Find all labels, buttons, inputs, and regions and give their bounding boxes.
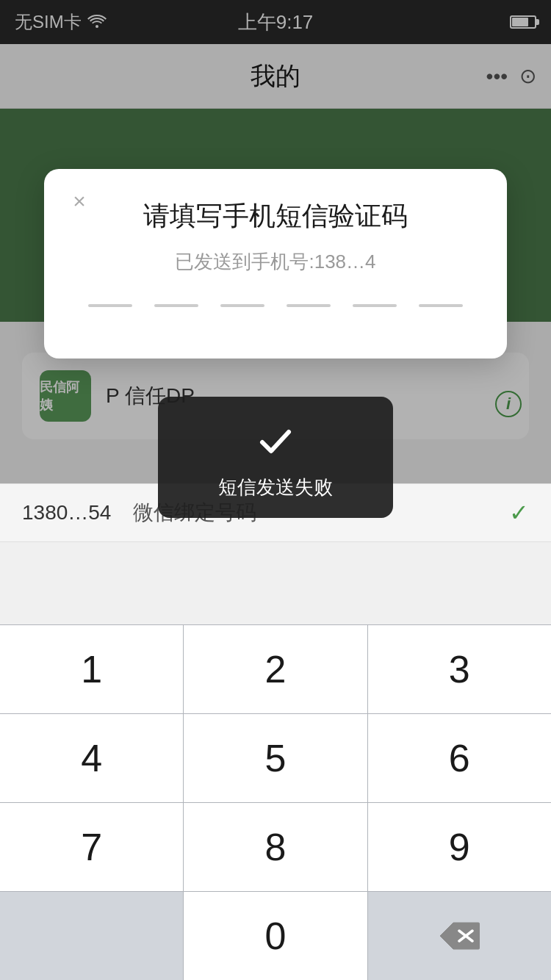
numpad-key-3[interactable]: 3 bbox=[368, 625, 551, 713]
numpad-key-1[interactable]: 1 bbox=[0, 625, 184, 713]
otp-dot-1 bbox=[88, 304, 132, 307]
numpad: 1 2 3 4 5 6 7 8 9 0 bbox=[0, 624, 551, 980]
numpad-row-3: 7 8 9 bbox=[0, 802, 551, 891]
toast-check-icon bbox=[253, 419, 298, 463]
toast-message: 短信发送失败 bbox=[218, 475, 333, 500]
numpad-key-4[interactable]: 4 bbox=[0, 714, 184, 802]
sms-dialog: × 请填写手机短信验证码 已发送到手机号:138…4 bbox=[44, 169, 507, 359]
numpad-row-4: 0 bbox=[0, 891, 551, 980]
numpad-row-2: 4 5 6 bbox=[0, 713, 551, 802]
otp-dot-6 bbox=[419, 304, 463, 307]
numpad-key-delete[interactable] bbox=[368, 892, 551, 980]
numpad-key-5[interactable]: 5 bbox=[184, 714, 367, 802]
numpad-key-9[interactable]: 9 bbox=[368, 803, 551, 891]
otp-input-row bbox=[73, 304, 478, 307]
otp-dot-5 bbox=[353, 304, 397, 307]
toast-notification: 短信发送失败 bbox=[158, 397, 393, 518]
numpad-row-1: 1 2 3 bbox=[0, 624, 551, 713]
numpad-key-2[interactable]: 2 bbox=[184, 625, 367, 713]
numpad-key-7[interactable]: 7 bbox=[0, 803, 184, 891]
phone-check: ✓ bbox=[509, 499, 529, 527]
dialog-close-button[interactable]: × bbox=[65, 187, 94, 216]
numpad-key-empty bbox=[0, 892, 184, 980]
otp-dot-4 bbox=[287, 304, 331, 307]
numpad-key-0[interactable]: 0 bbox=[184, 892, 367, 980]
dialog-subtitle: 已发送到手机号:138…4 bbox=[73, 249, 478, 275]
numpad-key-6[interactable]: 6 bbox=[368, 714, 551, 802]
otp-dot-3 bbox=[220, 304, 264, 307]
numpad-key-8[interactable]: 8 bbox=[184, 803, 367, 891]
dialog-title: 请填写手机短信验证码 bbox=[73, 198, 478, 234]
phone-number: 1380…54 bbox=[22, 501, 111, 525]
otp-dot-2 bbox=[154, 304, 198, 307]
